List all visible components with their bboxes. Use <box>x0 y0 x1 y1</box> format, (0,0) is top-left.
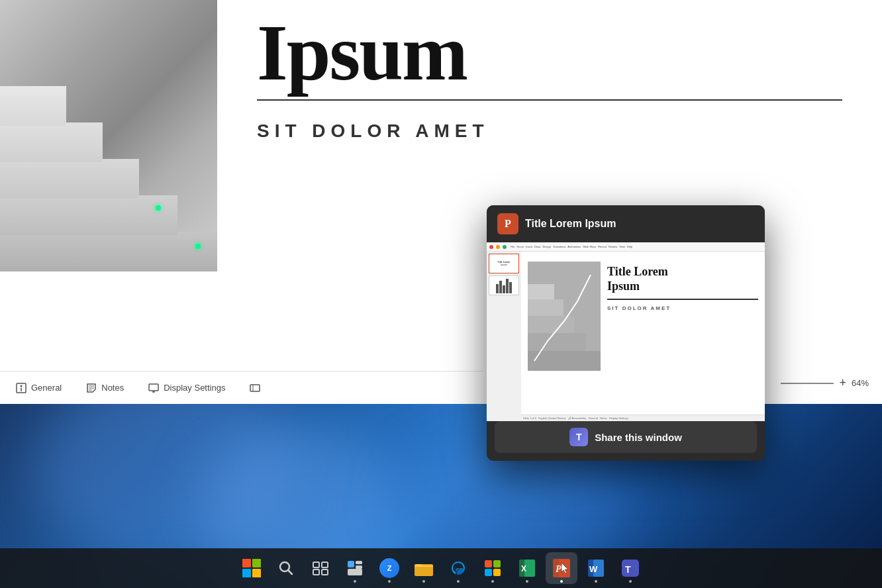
svg-rect-19 <box>313 562 319 567</box>
edge-button[interactable] <box>442 552 474 584</box>
svg-rect-28 <box>485 560 492 567</box>
general-button[interactable]: General <box>10 379 67 397</box>
view-button[interactable] <box>244 379 266 397</box>
teams-button[interactable]: T <box>614 552 646 584</box>
svg-rect-23 <box>348 561 354 567</box>
svg-rect-20 <box>322 562 328 567</box>
mini-ribbon-tabs: FileHomeInsertDrawDesignTransitionsAnima… <box>509 245 634 248</box>
file-explorer-button[interactable] <box>408 552 440 584</box>
slide-title: Ipsum <box>257 13 842 93</box>
edge-dot <box>457 580 460 583</box>
excel-icon: X <box>517 558 537 578</box>
ribbon-close <box>489 245 493 249</box>
mini-slide-title: Title LoremIpsum <box>607 265 758 293</box>
word-icon: W <box>586 558 606 578</box>
powerpoint-button[interactable]: P <box>546 552 577 584</box>
word-dot <box>595 580 597 583</box>
svg-text:W: W <box>589 564 598 574</box>
zoom-icon: Z <box>379 558 399 578</box>
zoom-controls: + 64% <box>781 376 869 390</box>
ribbon-maximize <box>503 245 507 249</box>
share-window-button[interactable]: T Share this window <box>495 421 757 453</box>
word-button[interactable]: W <box>580 552 612 584</box>
notes-icon <box>85 382 97 394</box>
widgets-button[interactable] <box>339 552 371 584</box>
green-light-1 <box>195 244 201 249</box>
teams-icon: T <box>620 558 640 578</box>
teams-dot <box>629 580 632 583</box>
zoom-taskbar-button[interactable]: Z <box>373 552 405 584</box>
svg-rect-29 <box>493 560 501 567</box>
store-dot <box>491 580 494 583</box>
task-view-button[interactable] <box>305 552 336 584</box>
svg-rect-9 <box>250 385 260 391</box>
ribbon-minimize <box>496 245 500 249</box>
svg-rect-14 <box>528 316 574 333</box>
mini-status-bar: Slide 1 of 2 English (United States) 🔎 A… <box>521 415 765 421</box>
zoom-value: 64% <box>852 378 869 388</box>
svg-rect-26 <box>348 569 362 575</box>
mini-slide-image <box>528 262 601 371</box>
stair-5 <box>0 86 66 126</box>
slide-image <box>0 0 217 271</box>
win-pane-yellow <box>252 569 261 577</box>
teams-mini-icon: T <box>569 428 588 446</box>
display-settings-button[interactable]: Display Settings <box>142 379 230 397</box>
svg-text:T: T <box>625 564 631 575</box>
mini-chart <box>489 276 518 295</box>
svg-rect-21 <box>313 569 319 575</box>
svg-line-18 <box>289 571 293 575</box>
slide-divider <box>257 99 842 101</box>
mini-slide-subtitle: SIT DOLOR AMET <box>607 305 758 311</box>
tooltip-header: P Title Lorem Ipsum <box>487 205 765 242</box>
mini-ribbon: FileHomeInsertDrawDesignTransitionsAnima… <box>487 242 765 252</box>
store-icon <box>483 559 502 577</box>
mini-main-slide: Title LoremIpsum SIT DOLOR AMET Slide 1 … <box>521 252 765 421</box>
svg-rect-13 <box>528 333 586 351</box>
windows-logo <box>242 559 261 577</box>
svg-point-1 <box>21 385 23 387</box>
svg-rect-22 <box>322 569 328 575</box>
zoom-slider-line <box>781 383 834 384</box>
share-button-label: Share this window <box>595 432 682 443</box>
taskbar: Z <box>0 548 882 588</box>
ppt-active-indicator <box>560 580 563 583</box>
svg-rect-24 <box>356 561 362 564</box>
zoom-dot <box>388 580 391 583</box>
notes-button[interactable]: Notes <box>80 379 129 397</box>
svg-rect-25 <box>356 565 362 569</box>
svg-rect-31 <box>493 569 501 576</box>
stair-2 <box>0 195 177 235</box>
ppt-preview-popup: P Title Lorem Ipsum FileHomeInsertDrawDe… <box>487 205 765 461</box>
svg-rect-16 <box>528 284 554 299</box>
notes-label: Notes <box>101 383 124 393</box>
svg-rect-6 <box>149 384 158 391</box>
stair-4 <box>0 122 103 162</box>
excel-dot <box>526 580 528 583</box>
stair-1 <box>0 232 217 271</box>
mini-slide-divider <box>607 299 758 300</box>
zoom-plus-button[interactable]: + <box>839 376 846 390</box>
ppt-app-icon: P <box>497 213 518 234</box>
stair-3 <box>0 159 139 199</box>
display-settings-icon <box>148 382 160 394</box>
slide-subtitle: SIT DOLOR AMET <box>257 121 842 142</box>
cursor-overlay <box>560 562 569 577</box>
edge-icon <box>449 559 467 577</box>
file-explorer-dot <box>422 580 425 583</box>
green-light-2 <box>156 205 161 211</box>
general-icon <box>15 382 27 394</box>
excel-button[interactable]: X <box>511 552 543 584</box>
svg-rect-30 <box>485 569 492 576</box>
svg-rect-15 <box>528 299 564 316</box>
ppt-icon-letter: P <box>505 218 511 230</box>
view-icon <box>249 382 261 394</box>
search-icon <box>277 560 295 577</box>
snap-icon <box>312 560 329 577</box>
mini-powerpoint: FileHomeInsertDrawDesignTransitionsAnima… <box>487 242 765 421</box>
general-label: General <box>31 383 62 393</box>
windows-start-button[interactable] <box>236 552 268 584</box>
search-taskbar-button[interactable] <box>270 552 302 584</box>
display-settings-label: Display Settings <box>164 383 225 393</box>
store-button[interactable] <box>477 552 509 584</box>
